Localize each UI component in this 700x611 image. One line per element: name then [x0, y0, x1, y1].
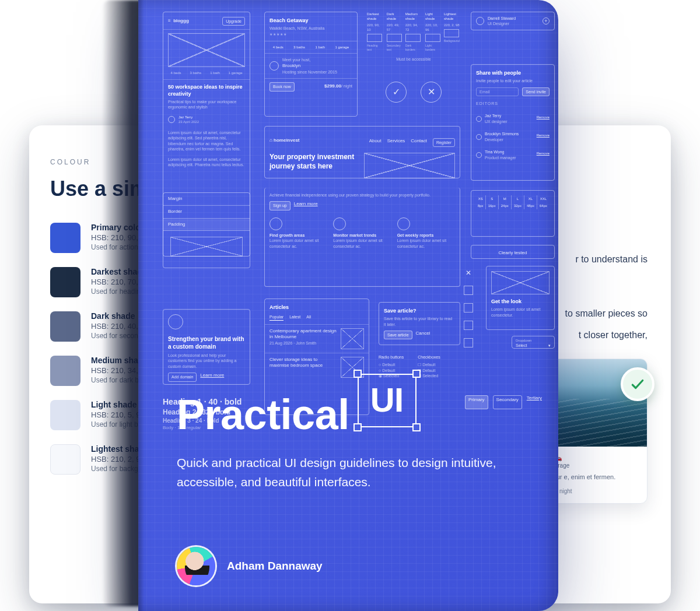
author-name: Adham Dannaway: [227, 560, 323, 573]
close-icon: ✕: [464, 268, 473, 278]
ui-selection-frame: UI: [358, 374, 416, 427]
edit-icon: [464, 303, 473, 312]
wire-shades: Darkest shade220, 90, 10Heading textDark…: [367, 12, 460, 70]
colour-swatch: [50, 400, 80, 430]
wire-beach: Beach Getaway Waikiki Beach, NSW, Austra…: [264, 12, 358, 117]
colour-swatch: [50, 444, 80, 475]
wire-check-cross: ✓ ✕: [367, 82, 460, 114]
wire-brand-domain: Strengthen your brand with a custom doma…: [163, 309, 250, 385]
wire-breakpoints: XSSMLXLXXL8px16px24px32px48px64px: [471, 190, 555, 237]
colour-swatch: [50, 311, 80, 342]
copy-icon: [464, 321, 473, 330]
colour-swatch: [50, 356, 80, 386]
trash-icon: [464, 286, 473, 295]
author: Adham Dannaway: [177, 547, 323, 585]
wire-box-model: Margin Border Padding: [163, 192, 250, 268]
check-icon: ✓: [386, 82, 407, 103]
wire-get-look: Get the look Lorem ipsum dolor sit amet …: [486, 266, 555, 330]
wire-share: Share with people Invite people to edit …: [471, 64, 555, 181]
wire-property: Achieve financial independence using our…: [264, 188, 460, 287]
cross-icon: ✕: [421, 82, 442, 103]
wire-chip: Clearly tested: [471, 245, 555, 259]
book-title: Practical UI: [177, 391, 523, 438]
check-badge-icon: [621, 367, 654, 401]
wire-save-dialog: Save article? Save this article to your …: [379, 302, 460, 345]
wire-homeinvest: ⌂ homeinvest About Services Contact Regi…: [264, 126, 460, 178]
book-cover: ≡ bloggg Upgrade 4 beds3 baths1 bath1 ga…: [138, 0, 558, 611]
wire-profile: Darrell Steward UI Designer +: [471, 12, 555, 30]
colour-swatch: [50, 223, 80, 253]
colour-swatch: [50, 267, 80, 297]
download-icon: [464, 338, 473, 347]
author-avatar-icon: [177, 547, 215, 585]
wire-dropdown: Dropdown Select▾: [512, 336, 555, 349]
book-subtitle: Quick and practical UI design guidelines…: [177, 454, 503, 491]
